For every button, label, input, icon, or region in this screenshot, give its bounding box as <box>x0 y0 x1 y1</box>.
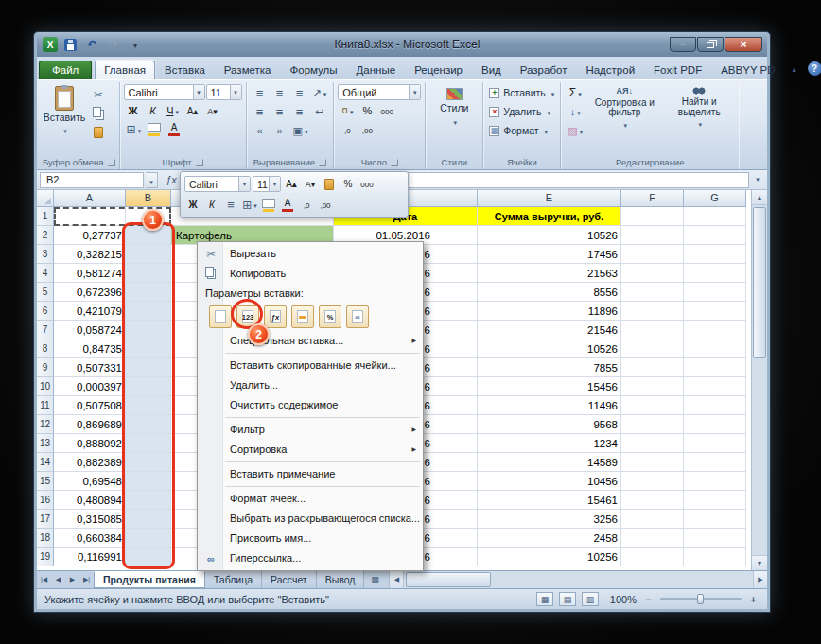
cell-G1[interactable] <box>684 207 746 226</box>
cell-E10[interactable]: 15456 <box>478 377 621 396</box>
next-sheet-button[interactable]: ▶ <box>65 571 79 588</box>
tab-надстрой[interactable]: Надстрой <box>576 61 644 79</box>
menu-item-cut[interactable]: Вырезать <box>198 244 423 264</box>
name-box[interactable]: B2 <box>40 172 144 188</box>
sort-filter-button[interactable]: Сортировка и фильтр <box>588 84 660 131</box>
tab-вставка[interactable]: Вставка <box>155 61 215 79</box>
zoom-in-button[interactable]: + <box>747 594 760 605</box>
mini-percent-button[interactable] <box>340 176 357 193</box>
clear-button[interactable] <box>565 122 585 139</box>
paste-formulas-button[interactable] <box>264 305 287 328</box>
mini-borders-button[interactable] <box>241 197 258 214</box>
merge-center-button[interactable] <box>290 122 311 139</box>
cell-G13[interactable] <box>684 434 746 453</box>
cell-F11[interactable] <box>621 396 684 415</box>
cell-E15[interactable]: 10456 <box>478 472 621 491</box>
restore-button[interactable] <box>697 37 724 52</box>
find-select-button[interactable]: Найти и выделить <box>663 84 735 131</box>
zoom-slider[interactable] <box>660 598 742 600</box>
vertical-scrollbar[interactable]: ▲ ▼ <box>751 190 767 570</box>
undo-button[interactable] <box>82 36 101 53</box>
cell-B14[interactable] <box>126 453 171 472</box>
cell-F15[interactable] <box>621 472 684 491</box>
column-header-E[interactable]: E <box>478 190 621 207</box>
cell-A19[interactable]: 0,116991 <box>54 548 126 566</box>
row-header-10[interactable]: 10 <box>37 377 54 396</box>
cell-A18[interactable]: 0,660384 <box>54 529 126 548</box>
align-left-button[interactable] <box>251 103 270 120</box>
row-header-16[interactable]: 16 <box>37 491 54 510</box>
cell-F9[interactable] <box>621 358 684 377</box>
menu-item-hyperlink[interactable]: Гиперссылка... <box>198 548 423 568</box>
menu-item-paste-special[interactable]: Специальная вставка... <box>198 331 423 351</box>
cell-A9[interactable]: 0,507331 <box>54 358 126 377</box>
mini-font-color-button[interactable] <box>279 197 296 214</box>
wrap-text-button[interactable] <box>310 103 329 120</box>
cell-F3[interactable] <box>621 245 684 264</box>
sheet-tab-вывод[interactable]: Вывод <box>317 571 365 588</box>
cell-A16[interactable]: 0,480894 <box>54 491 126 510</box>
horizontal-scroll-thumb[interactable] <box>406 572 491 587</box>
insert-worksheet-button[interactable]: ▦ <box>364 571 385 588</box>
align-top-button[interactable] <box>251 84 270 101</box>
dialog-launcher-icon[interactable] <box>319 159 326 166</box>
paste-button[interactable] <box>209 305 232 328</box>
mini-size-combo[interactable]: 11 <box>253 176 281 192</box>
cell-A7[interactable]: 0,058724 <box>54 321 126 339</box>
tab-рецензир[interactable]: Рецензир <box>405 61 472 79</box>
close-button[interactable] <box>725 37 762 52</box>
scroll-down-arrow[interactable]: ▼ <box>752 555 767 570</box>
styles-button[interactable]: Стили <box>429 84 479 127</box>
cell-G10[interactable] <box>684 377 746 396</box>
cell-B5[interactable] <box>126 283 171 302</box>
cell-A13[interactable]: 0,888092 <box>54 434 126 453</box>
mini-fill-color-button[interactable] <box>260 197 277 214</box>
cell-B17[interactable] <box>126 510 171 529</box>
select-all-corner[interactable] <box>37 190 54 207</box>
increase-indent-button[interactable] <box>271 122 289 139</box>
menu-item-format-cells[interactable]: Формат ячеек... <box>198 489 423 509</box>
name-box-dropdown[interactable] <box>146 172 158 188</box>
format-painter-button[interactable] <box>89 124 108 141</box>
tab-формулы[interactable]: Формулы <box>281 61 347 79</box>
cell-F14[interactable] <box>621 453 684 472</box>
paste-button[interactable]: Вставить <box>43 84 86 135</box>
column-header-B[interactable]: B <box>126 190 171 207</box>
cell-A4[interactable]: 0,581274 <box>54 264 126 283</box>
row-header-5[interactable]: 5 <box>37 283 54 302</box>
font-name-combo[interactable]: Calibri <box>124 84 205 100</box>
mini-italic-button[interactable] <box>203 197 220 214</box>
mini-format-painter-button[interactable] <box>321 176 338 193</box>
cell-G19[interactable] <box>684 548 746 566</box>
menu-item-sort[interactable]: Сортировка <box>198 440 423 460</box>
row-header-19[interactable]: 19 <box>37 548 54 566</box>
decrease-indent-button[interactable] <box>251 122 270 139</box>
row-header-2[interactable]: 2 <box>37 226 54 245</box>
cell-B7[interactable] <box>126 321 171 339</box>
cell-F12[interactable] <box>621 415 684 434</box>
cell-F6[interactable] <box>621 302 684 321</box>
zoom-slider-thumb[interactable] <box>697 594 704 604</box>
column-header-F[interactable]: F <box>621 190 684 207</box>
cell-B13[interactable] <box>126 434 171 453</box>
cell-F19[interactable] <box>621 548 684 566</box>
cell-E1[interactable]: Сумма выручки, руб. <box>478 207 621 226</box>
cell-G2[interactable] <box>684 226 746 245</box>
save-button[interactable] <box>61 36 79 53</box>
mini-increase-decimal-button[interactable] <box>298 197 315 214</box>
underline-button[interactable] <box>164 102 183 119</box>
mini-center-button[interactable] <box>222 197 239 214</box>
row-header-1[interactable]: 1 <box>37 207 54 226</box>
cell-B15[interactable] <box>126 472 171 491</box>
paste-percent-button[interactable] <box>319 305 341 328</box>
cell-E9[interactable]: 7855 <box>478 358 621 377</box>
percent-style-button[interactable] <box>358 102 376 119</box>
cell-B6[interactable] <box>126 302 171 321</box>
align-center-button[interactable] <box>271 103 289 120</box>
menu-item-clear-contents[interactable]: Очистить содержимое <box>198 395 423 415</box>
minimize-ribbon-button[interactable] <box>785 60 804 77</box>
bold-button[interactable] <box>124 102 143 119</box>
menu-item-filter[interactable]: Фильтр <box>198 420 423 440</box>
menu-item-insert-comment[interactable]: Вставить примечание <box>198 464 423 484</box>
dialog-launcher-icon[interactable] <box>196 159 203 166</box>
